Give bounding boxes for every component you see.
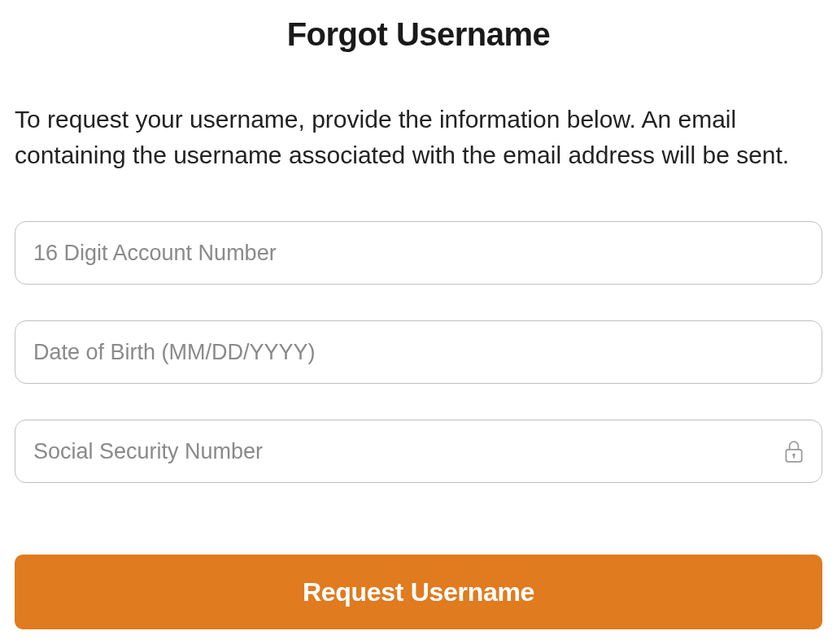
account-number-field-wrapper [15,221,822,285]
date-of-birth-field-wrapper [15,320,822,384]
account-number-input[interactable] [15,221,822,285]
ssn-input[interactable] [15,420,822,483]
instructions-text: To request your username, provide the in… [15,102,822,172]
page-title: Forgot Username [15,16,822,53]
ssn-field-wrapper [15,420,822,483]
spacer [15,519,822,555]
request-username-button[interactable]: Request Username [15,555,822,629]
date-of-birth-input[interactable] [15,320,822,384]
